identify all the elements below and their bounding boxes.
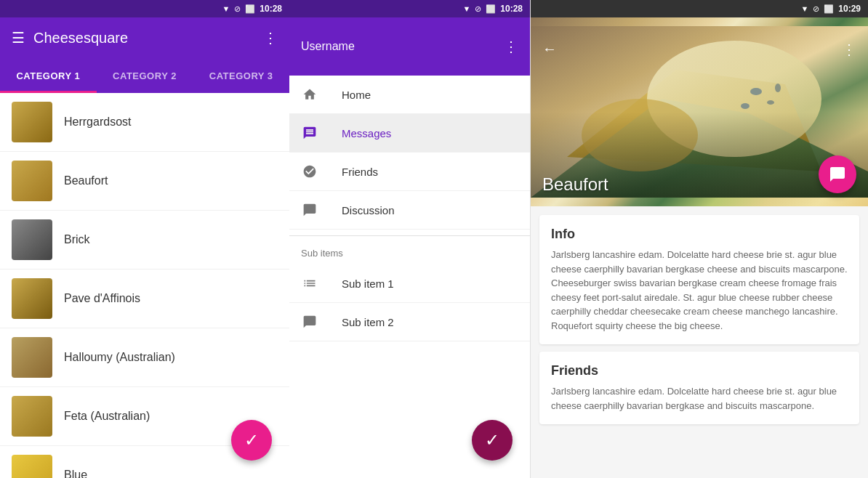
discussion-icon [301, 201, 318, 219]
messages-icon [301, 124, 318, 142]
panel-list: ▼ ⊘ ⬜ 10:28 ☰ Cheesesquare ⋮ CATEGORY 1 … [0, 0, 289, 478]
more-options-detail-icon[interactable]: ⋮ [842, 41, 856, 58]
tab-category-1[interactable]: CATEGORY 1 [0, 58, 97, 93]
nav-item-sub1[interactable]: Sub item 1 [289, 264, 530, 303]
list-item[interactable]: Pave d'Affinois [0, 270, 289, 328]
more-options-icon-2[interactable]: ⋮ [504, 38, 518, 55]
cheese-thumbnail [12, 219, 52, 260]
panel-detail: ▼ ⊘ ⬜ 10:29 [531, 0, 868, 478]
cheese-name: Herrgardsost [64, 116, 131, 129]
list-item[interactable]: Beaufort [0, 152, 289, 211]
panel-navigation: ▼ ⊘ ⬜ 10:28 Username ⋮ Home Messages Fri… [289, 0, 531, 478]
svg-rect-9 [531, 26, 868, 198]
nav-label-sub1: Sub item 1 [342, 278, 394, 290]
tab-category-3[interactable]: CATEGORY 3 [193, 58, 289, 93]
detail-card: Friends Jarlsberg lancashire edam. Dolce… [539, 352, 859, 424]
username-label: Username [301, 40, 355, 53]
list-item[interactable]: Halloumy (Australian) [0, 328, 289, 387]
hero-image-container: ← ⋮ Beaufort [531, 17, 868, 206]
signal-icon-2: ⊘ [475, 4, 481, 14]
cheese-name: Brick [64, 233, 90, 246]
battery-icon-3: ⬜ [824, 4, 834, 14]
category-tabs: CATEGORY 1 CATEGORY 2 CATEGORY 3 [0, 58, 289, 93]
hamburger-menu-icon[interactable]: ☰ [12, 29, 25, 46]
status-bar-3: ▼ ⊘ ⬜ 10:29 [531, 0, 868, 17]
detail-content: Info Jarlsberg lancashire edam. Dolcelat… [531, 206, 868, 478]
cheese-name: Halloumy (Australian) [64, 351, 175, 364]
cheese-thumbnail [12, 161, 52, 201]
sub1-icon [301, 275, 318, 292]
signal-icon-3: ⊘ [813, 4, 819, 14]
drawer-header: Username ⋮ [289, 17, 530, 76]
nav-item-friends[interactable]: Friends [289, 153, 530, 191]
nav-label-home: Home [342, 89, 371, 101]
time-display-1: 10:28 [260, 4, 282, 14]
cheese-name: Pave d'Affinois [64, 292, 140, 305]
card-body: Jarlsberg lancashire edam. Dolcelatte ha… [551, 248, 848, 333]
friends-icon [301, 163, 318, 180]
tab-category-2[interactable]: CATEGORY 2 [97, 58, 193, 93]
more-options-icon[interactable]: ⋮ [263, 29, 278, 46]
nav-item-messages[interactable]: Messages [289, 114, 530, 153]
time-display-3: 10:29 [838, 4, 861, 14]
status-bar-2: ▼ ⊘ ⬜ 10:28 [289, 0, 530, 17]
fab-check-button-2[interactable]: ✓ [472, 420, 513, 461]
cheese-name: Feta (Australian) [64, 410, 150, 423]
sub-items-header: Sub items [289, 242, 530, 264]
nav-menu: Home Messages Friends Discussion Sub ite… [289, 76, 530, 478]
nav-item-home[interactable]: Home [289, 76, 530, 114]
cheese-thumbnail [12, 278, 52, 319]
wifi-icon: ▼ [222, 4, 230, 13]
cheese-name: Beaufort [64, 174, 108, 187]
nav-item-sub2[interactable]: Sub item 2 [289, 303, 530, 341]
card-title: Info [551, 227, 848, 242]
nav-item-discussion[interactable]: Discussion [289, 191, 530, 230]
battery-icon: ⬜ [245, 4, 255, 14]
card-body: Jarlsberg lancashire edam. Dolcelatte ha… [551, 384, 848, 413]
wifi-icon-3: ▼ [800, 4, 808, 13]
list-item[interactable]: Herrgardsost [0, 93, 289, 152]
cheese-thumbnail [12, 396, 52, 437]
cheese-thumbnail [12, 102, 52, 142]
cheese-name: Blue [64, 469, 87, 478]
wifi-icon-2: ▼ [462, 4, 470, 13]
back-button[interactable]: ← [542, 41, 557, 57]
nav-label-messages: Messages [342, 127, 391, 139]
nav-label-sub2: Sub item 2 [342, 316, 394, 328]
list-item[interactable]: Brick [0, 211, 289, 270]
status-bar-1: ▼ ⊘ ⬜ 10:28 [0, 0, 289, 17]
nav-divider [289, 235, 530, 236]
card-title: Friends [551, 363, 848, 378]
fab-chat-button[interactable] [819, 155, 856, 193]
cheese-thumbnail [12, 337, 52, 378]
time-display-2: 10:28 [500, 4, 523, 14]
cheese-thumbnail [12, 455, 52, 478]
signal-icon: ⊘ [234, 4, 241, 14]
sub2-icon [301, 313, 318, 331]
nav-label-friends: Friends [342, 166, 378, 178]
fab-check-button-1[interactable]: ✓ [231, 420, 272, 461]
home-icon [301, 86, 318, 103]
battery-icon-2: ⬜ [486, 4, 496, 14]
hero-title: Beaufort [542, 174, 608, 195]
app-title: Cheesesquare [33, 30, 254, 46]
toolbar-1: ☰ Cheesesquare ⋮ [0, 17, 289, 58]
nav-label-discussion: Discussion [342, 204, 395, 216]
detail-card: Info Jarlsberg lancashire edam. Dolcelat… [539, 215, 859, 344]
